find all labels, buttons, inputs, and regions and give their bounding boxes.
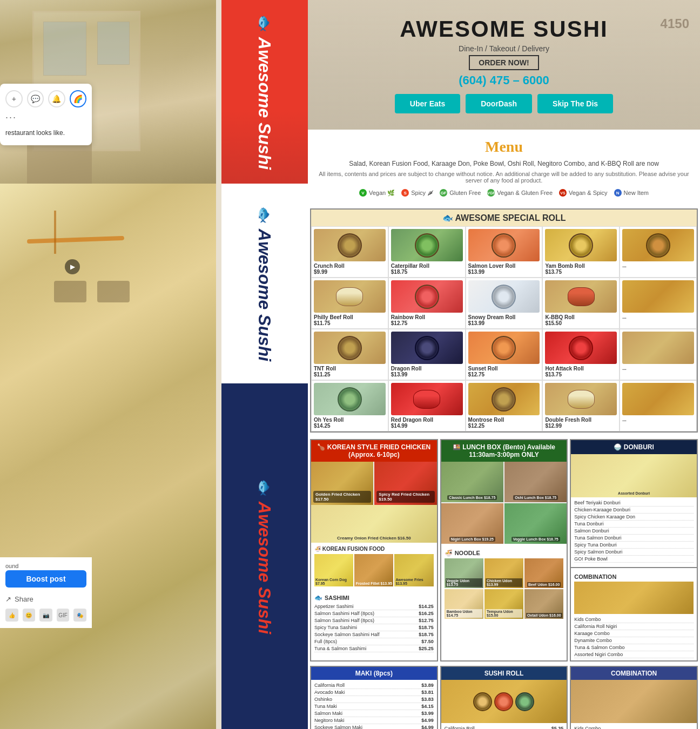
special-roll-header: 🐟 AWESOME SPECIAL ROLL [311,210,697,226]
roll-image [314,383,386,415]
roll-item: ... [620,226,697,278]
roll-image [314,332,386,364]
combination-header: COMBINATION [571,667,697,680]
maki-item: Sockeye Salmon Maki $4.99 [314,724,434,729]
restaurant-title: AWESOME SUSHI [395,16,613,42]
roll-price: $12.75 [391,320,463,326]
roll-item: Hot Attack Roll $13.75 [542,329,620,380]
roll-name: Dragon Roll [391,366,463,372]
new-label: New Item [624,190,649,196]
maki-nigiri-box: MAKI (8pcs) California Roll $3.89 Avocad… [310,666,438,729]
banner-white-text: Awesome Sushi [255,228,275,361]
combination-items: Kids Combo California Roll Nigiri Karaag… [571,723,697,729]
skip-the-dishes-button[interactable]: Skip The Dis [537,94,613,113]
noodle-section: 🍜NOODLE Veggie Udon $13.75 Chicken Udon … [441,544,567,623]
spicy-dot: S [401,189,409,197]
fb-caption-text: restaurant looks like. [0,125,92,141]
fried-chicken-subheader: 🍜 KOREAN FUSION FOOD Korean Corn Dog $7.… [311,546,437,589]
roll-name: Sunset Roll [468,366,540,372]
legend-gluten-free: GF Gluten Free [440,189,481,197]
boost-post-button[interactable]: Boost post [5,570,86,588]
roll-item: Dragon Roll $13.99 [388,329,466,380]
menu-legend: V Vegan 🌿 S Spicy 🌶 GF Gluten Free VGF V… [319,189,689,197]
fb-gif-icon[interactable]: GIF [57,609,70,622]
restaurant-photo-bottom [0,184,216,729]
spicy-label: Spicy 🌶 [411,190,433,196]
veggie-lunch-image: Veggie Lunch Box $18.75 [504,503,567,544]
sashimi-item: Spicy Tuna Sashimi $18.75 [314,624,434,631]
fb-photo-icon[interactable]: 📷 [39,609,52,622]
maki-item: Oshinko $3.83 [314,696,434,703]
fb-emoji-icon[interactable]: 😊 [23,609,36,622]
roll-name: Caterpillar Roll [391,263,463,269]
roll-item: Crunch Roll $9.99 [311,226,388,278]
roll-image [468,383,540,415]
classic-lunch-image: Classic Lunch Box $18.75 [441,462,503,502]
fb-like-icon[interactable]: 👍 [5,609,18,622]
bottom-sections: MAKI (8pcs) California Roll $3.89 Avocad… [310,666,698,729]
fb-share-button[interactable]: ↗ Share [5,593,86,605]
roll-price: $13.99 [468,320,540,326]
roll-name: Montrose Roll [468,417,540,423]
roll-image [622,332,694,364]
uber-eats-button[interactable]: Uber Eats [395,94,460,113]
roll-name: Yam Bomb Roll [545,263,617,269]
legend-spicy: S Spicy 🌶 [401,189,433,197]
sushi-roll-items: California Roll $5.35 Spicy California R… [441,723,567,729]
fb-play-button[interactable]: ▶ [65,259,80,274]
roll-image [545,229,617,261]
legend-vegan-spicy: VS Vegan & Spicy [559,189,608,197]
roll-name: Philly Beef Roll [314,314,386,320]
right-panel: 4150 AWESOME SUSHI Dine-In / Takeout / D… [308,0,700,729]
combo-image [574,582,694,614]
roll-price: $12.75 [468,372,540,377]
roll-price: $13.75 [545,269,617,275]
roll-image [391,332,463,364]
fb-face-icon[interactable]: 🌈 [70,90,87,107]
fb-more-options[interactable]: ··· [0,110,92,125]
donburi-item: Tuna Donburi [574,521,694,528]
legend-new: N New Item [614,189,649,197]
hero-subtitle: Dine-In / Takeout / Delivery [395,44,613,53]
maki-item: Salmon Maki $3.99 [314,710,434,717]
sashimi-item: Salmon Sashimi Half (8pcs) $12.75 [314,617,434,624]
roll-item: Caterpillar Roll $18.75 [388,226,466,278]
combo-item: Kids Combo [574,616,694,623]
sushi-roll-image [441,680,567,723]
legend-vegan-gf: VGF Vegan & Gluten Free [487,189,553,197]
banner-red-text: Awesome Sushi [255,37,275,169]
sushi-roll-header: SUSHI ROLL [441,667,567,680]
donburi-box: 🍚 DONBURI Assorted Donburi Beef Teriyaki… [570,439,698,662]
sashimi-item: Full (8pcs) $7.50 [314,638,434,645]
roll-item: Snowy Dream Roll $13.99 [466,278,543,329]
fb-sticker-icon[interactable]: 🎭 [73,609,86,622]
spicy-chicken-image: Spicy Red Fried Chicken $19.50 [374,462,436,505]
maki-header: MAKI (8pcs) [311,667,437,680]
roll-item: Montrose Roll $12.25 [466,380,543,431]
roll-item: ... [620,329,697,380]
sushi-banner-navy: 🐟 Awesome Sushi [221,383,308,729]
roll-image [622,229,694,261]
doordash-button[interactable]: DoorDash [466,94,532,113]
vegan-label: Vegan 🌿 [369,190,395,197]
fb-messenger-icon[interactable]: 💬 [27,90,44,107]
combination-preview: COMBINATION Kids Combo California Roll N… [571,567,697,660]
fb-bottom-bar: ound Boost post ↗ Share 👍 😊 📷 GIF 🎭 [0,557,92,628]
bamboo-udon-image: Bamboo Udon $14.75 [445,589,483,619]
sashimi-item: Salmon Sashimi Half (8pcs) $16.25 [314,610,434,617]
vs-label: Vegan & Spicy [569,190,608,196]
oshi-lunch-image: Oshi Lunch Box $18.75 [504,462,567,502]
combo-item: Tuna & Salmon Combo [574,644,694,651]
roll-item: Red Dragon Roll $14.99 [388,380,466,431]
roll-image [545,383,617,415]
fried-chicken-images: Golden Fried Chicken $17.50 Spicy Red Fr… [311,462,437,505]
left-panel: + 💬 🔔 🌈 ··· restaurant looks like. ▶ oun… [0,0,308,729]
fb-found-text: ound [5,562,86,570]
frosted-fillet-image: Frosted Fillet $13.95 [354,554,393,586]
fb-bell-icon[interactable]: 🔔 [48,90,65,107]
special-roll-section: 🐟 AWESOME SPECIAL ROLL Crunch Roll $9.99… [310,208,698,433]
menu-description: Salad, Korean Fusion Food, Karaage Don, … [319,160,689,167]
fried-chicken-box: 🍗 KOREAN STYLE FRIED CHICKEN (Approx. 6-… [310,439,438,662]
donburi-item: GO! Poke Bowl [574,556,694,563]
fb-add-icon[interactable]: + [5,90,23,107]
